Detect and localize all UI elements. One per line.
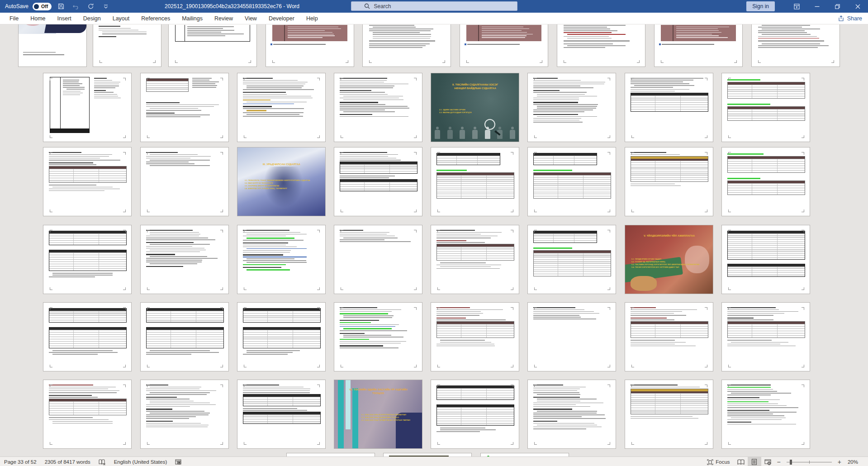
focus-button[interactable]: Focus (703, 457, 734, 466)
page-thumbnail[interactable] (721, 302, 810, 371)
document-canvas[interactable]: II. ТӨСЛИЙН СУДАЛГААНЫ ХЭСЭГНӨХЦӨЛ БАЙДЛ… (0, 24, 868, 456)
page-thumbnail[interactable] (140, 225, 229, 294)
sign-in-button[interactable]: Sign in (746, 1, 775, 11)
page-thumbnail[interactable] (18, 24, 87, 67)
thumb-text-line (631, 80, 693, 81)
page-thumbnail[interactable] (362, 24, 451, 67)
thumb-text-line (99, 26, 120, 27)
page-thumbnail[interactable] (460, 24, 548, 67)
page-thumbnail[interactable] (334, 73, 422, 142)
page-thumbnail[interactable] (168, 24, 257, 67)
page-thumbnail[interactable] (43, 302, 132, 371)
tab-references[interactable]: References (135, 13, 176, 24)
thumb-text-line (49, 154, 112, 155)
minimize-button[interactable] (807, 0, 827, 13)
page-thumbnail[interactable] (431, 380, 519, 449)
page-thumbnail[interactable] (751, 24, 840, 67)
page-thumbnail[interactable] (625, 73, 713, 142)
page-thumbnail[interactable] (431, 302, 519, 371)
thumb-table-row (437, 162, 500, 165)
page-thumbnail[interactable] (43, 147, 132, 216)
crop-mark (607, 78, 610, 81)
page-thumbnail[interactable] (43, 73, 132, 142)
thumb-table-caption (727, 178, 760, 179)
autosave-toggle[interactable]: Off (33, 3, 52, 10)
print-layout-button[interactable] (748, 457, 761, 466)
page-thumbnail[interactable]: II. ТӨСЛИЙН СУДАЛГААНЫ ХЭСЭГНӨХЦӨЛ БАЙДЛ… (431, 73, 519, 142)
page-thumbnail[interactable] (286, 453, 375, 456)
page-thumbnail[interactable] (625, 380, 713, 449)
page-thumbnail[interactable] (625, 147, 713, 216)
web-layout-button[interactable] (761, 457, 775, 466)
page-thumbnail[interactable]: V. ҮЙЛДВЭРЛЭЛИЙН ҮЙЛ АЖИЛЛАГАА5.1. ҮЙЛДВ… (625, 225, 713, 294)
page-thumbnail[interactable] (431, 147, 519, 216)
page-thumbnail[interactable]: VI. ТӨСЛИЙН ЭДИЙН ЗАСГИЙН ҮР АШГИЙНТООЦО… (334, 380, 422, 449)
thumb-text-line (146, 423, 201, 424)
proofing-errors-icon[interactable] (95, 457, 110, 466)
page-thumbnail[interactable] (721, 147, 810, 216)
customize-quick-access-chevron-icon[interactable] (100, 1, 111, 12)
page-indicator[interactable]: Page 33 of 52 (0, 457, 41, 466)
page-thumbnail[interactable] (237, 380, 326, 449)
page-thumbnail[interactable] (721, 380, 810, 449)
page-thumbnail[interactable] (431, 225, 519, 294)
tab-help[interactable]: Help (300, 13, 324, 24)
page-thumbnail[interactable] (334, 302, 422, 371)
page-thumbnail[interactable] (140, 147, 229, 216)
share-button[interactable]: Share (839, 13, 862, 24)
page-thumbnail[interactable] (557, 24, 645, 67)
restore-button[interactable] (827, 0, 848, 13)
page-thumbnail[interactable] (527, 73, 616, 142)
zoom-in-button[interactable]: + (835, 458, 844, 466)
redo-icon[interactable] (85, 1, 96, 12)
page-thumbnail[interactable]: III. УРЬДЧИЛСАН СУДАЛГАА3.1. ТЕХНОЛОГИ, … (237, 147, 326, 216)
search-box[interactable]: Search (351, 1, 517, 11)
macro-record-icon[interactable] (171, 457, 185, 466)
page-thumbnail[interactable] (140, 380, 229, 449)
page-thumbnail[interactable] (721, 73, 810, 142)
page-thumbnail[interactable] (334, 225, 422, 294)
page-thumbnail[interactable] (140, 302, 229, 371)
page-thumbnail[interactable] (43, 380, 132, 449)
zoom-out-button[interactable]: − (775, 458, 783, 466)
page-thumbnail[interactable] (721, 225, 810, 294)
crop-mark (341, 365, 343, 367)
page-thumbnail[interactable] (654, 24, 743, 67)
tab-design[interactable]: Design (77, 13, 107, 24)
language-indicator[interactable]: English (United States) (110, 457, 171, 466)
page-thumbnail[interactable] (93, 24, 161, 67)
page-thumbnail[interactable] (383, 453, 472, 456)
crop-mark (123, 209, 126, 212)
thumb-text-line (94, 80, 112, 81)
tab-mailings[interactable]: Mailings (176, 13, 209, 24)
tab-home[interactable]: Home (24, 13, 51, 24)
page-thumbnail[interactable] (266, 24, 354, 67)
tab-developer[interactable]: Developer (263, 13, 300, 24)
page-thumbnail[interactable] (237, 73, 326, 142)
word-count[interactable]: 2305 of 8417 words (41, 457, 95, 466)
close-button[interactable] (848, 0, 868, 13)
tab-insert[interactable]: Insert (52, 13, 77, 24)
tab-review[interactable]: Review (209, 13, 239, 24)
page-thumbnail[interactable] (527, 225, 616, 294)
page-thumbnail[interactable] (334, 147, 422, 216)
tab-file[interactable]: File (0, 13, 24, 24)
zoom-percentage[interactable]: 20% (844, 457, 863, 466)
page-thumbnail[interactable] (237, 225, 326, 294)
tab-view[interactable]: View (239, 13, 263, 24)
zoom-slider-thumb[interactable] (790, 460, 792, 465)
page-thumbnail[interactable] (237, 302, 326, 371)
save-icon[interactable] (56, 1, 66, 12)
ribbon-display-options-icon[interactable] (787, 0, 807, 13)
tab-layout[interactable]: Layout (107, 13, 136, 24)
page-thumbnail[interactable] (140, 73, 229, 142)
page-thumbnail[interactable] (480, 453, 569, 456)
page-thumbnail[interactable] (527, 380, 616, 449)
undo-icon[interactable] (71, 1, 81, 12)
page-thumbnail[interactable] (527, 302, 616, 371)
page-thumbnail[interactable] (625, 302, 713, 371)
read-mode-button[interactable] (734, 457, 748, 466)
page-thumbnail[interactable] (527, 147, 616, 216)
page-thumbnail[interactable] (43, 225, 132, 294)
zoom-slider[interactable] (787, 462, 832, 462)
